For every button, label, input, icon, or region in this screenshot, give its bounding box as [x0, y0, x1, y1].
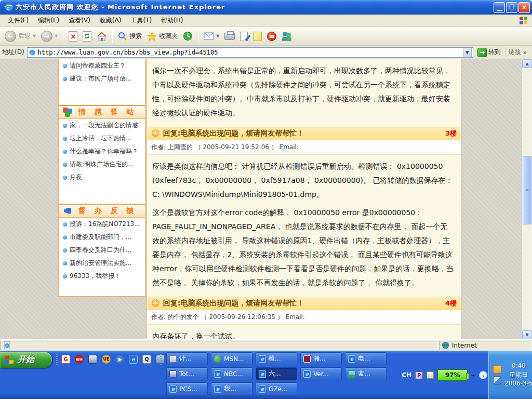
download-tool-icon	[267, 32, 276, 41]
maximize-button[interactable]: ❐	[506, 2, 517, 13]
scrollbar-thumb[interactable]: ≡	[523, 156, 531, 224]
sidebar-link[interactable]: 新的治安管理法实施...	[59, 257, 145, 270]
menu-file[interactable]: 文件(F)	[3, 15, 33, 26]
task-button-ie[interactable]: e我...	[211, 382, 252, 395]
sidebar-link[interactable]: 请问帝都蒙园业主？	[59, 59, 145, 72]
vertical-scrollbar[interactable]: ▲ ≡ ▼	[522, 59, 532, 339]
network-tray-icon[interactable]	[493, 376, 501, 384]
menu-bar: 文件(F) 编辑(E) 查看(V) 收藏(A) 工具(T) 帮助(H)	[0, 15, 532, 27]
drive-icon[interactable]	[88, 355, 97, 364]
battery-indicator[interactable]: 97%	[437, 369, 468, 381]
search-button[interactable]: 搜索	[115, 31, 144, 42]
back-label: 后退	[18, 32, 31, 41]
task-button-image[interactable]: 蓝...	[345, 367, 387, 380]
stop-badge-icon[interactable]: IBM	[75, 355, 84, 364]
qq-tray-icon[interactable]	[493, 365, 501, 374]
media-player-icon[interactable]: ▶	[115, 355, 124, 364]
mail-button[interactable]: ▼	[201, 31, 222, 41]
sidebar-spacer	[59, 184, 145, 204]
sidebar-link-label: 投诉：16路皖NO7213...	[70, 220, 140, 229]
favorites-button[interactable]: 收藏夹	[144, 31, 180, 42]
qq-icon[interactable]: Q	[142, 355, 151, 364]
scroll-down-icon[interactable]: ▼	[522, 330, 532, 339]
minimize-button[interactable]: ▁	[494, 2, 505, 13]
task-button-totalcmd[interactable]: Tot...	[166, 367, 208, 380]
go-button[interactable]: → 转到	[476, 48, 502, 57]
menu-tools[interactable]: 工具(T)	[126, 15, 156, 26]
internet-globe-icon	[442, 341, 449, 349]
clock-area[interactable]: 0:40 星期日 2006-3-5	[488, 351, 532, 399]
address-dropdown-icon[interactable]: ▼	[463, 48, 472, 57]
scroll-up-icon[interactable]: ▲	[522, 59, 532, 68]
keyboard-icon[interactable]	[427, 371, 434, 379]
ie-icon: e	[259, 355, 266, 363]
start-button[interactable]: 开始	[0, 352, 52, 368]
floor-badge: 4楼	[445, 299, 457, 308]
links-button[interactable]: 链接 »	[505, 48, 530, 57]
address-input[interactable]	[38, 49, 463, 56]
hide-icons-chevron[interactable]: ‹	[479, 371, 487, 379]
post-title: 回复:电脑系统出现问题，烦请网友帮帮忙！	[163, 129, 442, 138]
messenger-button[interactable]	[279, 31, 295, 42]
sidebar-link[interactable]: 月夜	[59, 171, 145, 184]
task-button-computer[interactable]: 计...	[166, 352, 208, 365]
menu-view[interactable]: 查看(V)	[64, 15, 95, 26]
system-tray: CH P 97% ⌁ ‹	[402, 365, 487, 385]
sidebar-link[interactable]: 请教:明珠广场住宅的...	[59, 158, 145, 171]
ie-quicklaunch-icon[interactable]: e	[129, 355, 138, 364]
discuss-button[interactable]	[250, 31, 264, 42]
gougou-icon[interactable]: G	[61, 355, 70, 364]
menu-edit[interactable]: 编辑(E)	[33, 15, 64, 26]
refresh-button[interactable]	[80, 30, 94, 43]
download-tool-button[interactable]	[264, 31, 279, 42]
go-label: 转到	[488, 48, 501, 57]
stop-button[interactable]: ×	[66, 30, 80, 43]
task-button-ie[interactable]: eNBC...	[211, 367, 252, 380]
image-icon	[348, 370, 355, 378]
bullet-icon	[63, 248, 67, 252]
menu-help[interactable]: 帮助(H)	[156, 15, 188, 26]
page-ie-icon: e	[3, 341, 11, 349]
search-icon	[118, 32, 127, 41]
sidebar-link[interactable]: 什么是幸福？你幸福吗？	[59, 145, 145, 158]
task-button-ie[interactable]: e检...	[256, 352, 297, 365]
task-button-msn[interactable]: MSN...	[211, 352, 252, 365]
ie-icon: e	[214, 370, 221, 378]
sidebar-link[interactable]: 市建委及职能部门，...	[59, 231, 145, 244]
sidebar-link[interactable]: 建议：市民广场可放...	[59, 72, 145, 85]
svg-text:e: e	[30, 50, 32, 55]
mail-dropdown-icon[interactable]: ▼	[216, 34, 219, 38]
history-button[interactable]	[180, 30, 195, 42]
ultraedit-icon[interactable]: UE	[102, 355, 111, 364]
forward-button[interactable]: → ▼	[38, 30, 60, 43]
search-label: 搜索	[129, 32, 142, 41]
print-button[interactable]	[222, 32, 237, 41]
task-button-ie[interactable]: eGZe...	[256, 382, 297, 395]
power-plug-icon[interactable]: ⌁	[471, 371, 475, 379]
task-button-ie[interactable]: e电...	[345, 352, 387, 365]
back-button[interactable]: ← 后退 ▼	[2, 30, 38, 43]
home-button[interactable]	[94, 31, 110, 42]
section-title: 情 感 驿 站	[78, 108, 137, 117]
sidebar-link-label: 家，一段无法割舍的情感	[70, 121, 138, 130]
back-icon: ←	[5, 31, 16, 42]
bullet-icon	[63, 77, 67, 81]
close-button[interactable]: ×	[518, 2, 530, 13]
sidebar-link[interactable]: 投诉：16路皖NO7213...	[59, 218, 145, 231]
menu-favorites[interactable]: 收藏(A)	[95, 15, 126, 26]
task-button-ie[interactable]: ePCS...	[166, 382, 208, 395]
sidebar-link[interactable]: 家，一段无法割舍的情感	[59, 119, 145, 132]
ime-icon[interactable]: P	[415, 371, 423, 379]
forward-dropdown-icon[interactable]: ▼	[55, 34, 58, 38]
sidebar-link[interactable]: 四季春交叉路口为什...	[59, 244, 145, 257]
task-button-window[interactable]: 瀚...	[300, 352, 342, 365]
task-button-active-luan[interactable]: e六...	[256, 367, 297, 380]
back-dropdown-icon[interactable]: ▼	[33, 34, 36, 38]
bullet-icon	[63, 261, 67, 265]
language-indicator[interactable]: CH	[402, 371, 411, 379]
edit-button[interactable]	[237, 31, 250, 42]
bullet-icon	[63, 222, 67, 227]
sidebar-link[interactable]: 坛上冷清，坛下热情...	[59, 132, 145, 145]
sidebar-link[interactable]: 96333，我举报！	[59, 270, 145, 283]
task-button-ie[interactable]: eVer...	[300, 367, 342, 380]
